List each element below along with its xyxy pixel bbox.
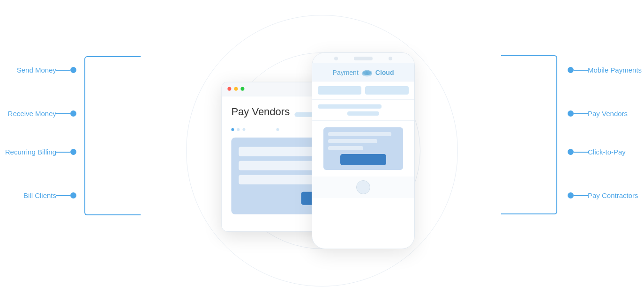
card-field-1 (239, 147, 322, 156)
phone-logo: Payment Cloud (333, 68, 394, 77)
phone-speaker-dot-1 (334, 57, 338, 60)
bill-clients-connector: Bill Clients (0, 191, 89, 199)
phone-bar-1 (318, 104, 382, 109)
phone-speaker (354, 57, 373, 60)
phone-top-fields (318, 86, 409, 95)
click-to-pay-connector: Click-to-Pay (541, 148, 644, 156)
recurring-billing-line (56, 152, 70, 153)
phone-home-button (356, 180, 370, 194)
browser-dot-yellow (234, 87, 238, 91)
phone-bottom (312, 176, 414, 198)
phone-middle-section (312, 100, 414, 121)
main-scene: Send Money Receive Money Recurring Billi… (0, 0, 644, 301)
pay-contractors-connector: Pay Contractors (541, 191, 644, 199)
send-money-line (56, 70, 70, 71)
phone-top-fields-section (312, 81, 414, 100)
phone-mockup: Payment Cloud (312, 52, 415, 249)
phone-logo-brand: Cloud (375, 69, 394, 76)
pay-contractors-line (574, 195, 588, 196)
pay-contractors-dot (568, 192, 574, 198)
svg-point-3 (363, 70, 371, 75)
phone-card-section (323, 127, 403, 170)
phone-card-bar-3 (328, 146, 363, 150)
browser-dot-green (240, 87, 244, 91)
bill-clients-line (56, 195, 70, 196)
phone-header: Payment Cloud (312, 63, 414, 81)
mobile-payments-line (574, 70, 588, 71)
receive-money-label: Receive Money (0, 110, 56, 117)
phone-field-1 (318, 86, 361, 95)
phone-field-2 (365, 86, 409, 95)
progress-dot-1 (231, 128, 234, 131)
phone-card-bar-1 (328, 132, 391, 136)
click-to-pay-dot (568, 149, 574, 155)
recurring-billing-connector: Recurring Billing (0, 148, 89, 156)
bill-clients-label: Bill Clients (0, 191, 56, 199)
phone-speaker-dot-2 (389, 57, 392, 60)
phone-card-bar-2 (328, 139, 377, 143)
send-money-connector: Send Money (0, 66, 89, 74)
pay-vendors-right-label: Pay Vendors (588, 110, 644, 117)
browser-title: Pay Vendors (231, 105, 290, 117)
mobile-payments-dot (568, 67, 574, 73)
recurring-billing-label: Recurring Billing (0, 148, 56, 156)
click-to-pay-line (574, 152, 588, 153)
pay-vendors-right-line (574, 113, 588, 114)
phone-card-button (340, 154, 386, 165)
receive-money-line (56, 113, 70, 114)
progress-dot-3 (242, 128, 245, 131)
card-field-3 (239, 175, 322, 184)
left-connectors: Send Money Receive Money Recurring Billi… (0, 0, 141, 301)
send-money-label: Send Money (0, 66, 56, 74)
pay-vendors-right-dot (568, 110, 574, 117)
right-connectors: Mobile Payments Pay Vendors Click-to-Pay… (471, 0, 644, 301)
phone-logo-text: Payment (333, 69, 359, 76)
click-to-pay-label: Click-to-Pay (588, 148, 644, 156)
phone-card-wrapper (312, 121, 414, 176)
bill-clients-dot (70, 192, 76, 198)
recurring-billing-dot (70, 149, 76, 155)
cloud-logo-icon (360, 68, 374, 77)
progress-dot-2 (237, 128, 240, 131)
pay-vendors-right-connector: Pay Vendors (541, 110, 644, 117)
pay-contractors-label: Pay Contractors (588, 191, 644, 199)
phone-top-bar (312, 53, 414, 63)
progress-dot-4 (276, 128, 279, 131)
send-money-dot (70, 67, 76, 73)
receive-money-dot (70, 110, 76, 117)
phone-bar-2 (347, 111, 379, 116)
browser-dot-red (227, 87, 231, 91)
mobile-payments-label: Mobile Payments (588, 66, 644, 74)
receive-money-connector: Receive Money (0, 110, 89, 117)
mobile-payments-connector: Mobile Payments (541, 66, 644, 74)
